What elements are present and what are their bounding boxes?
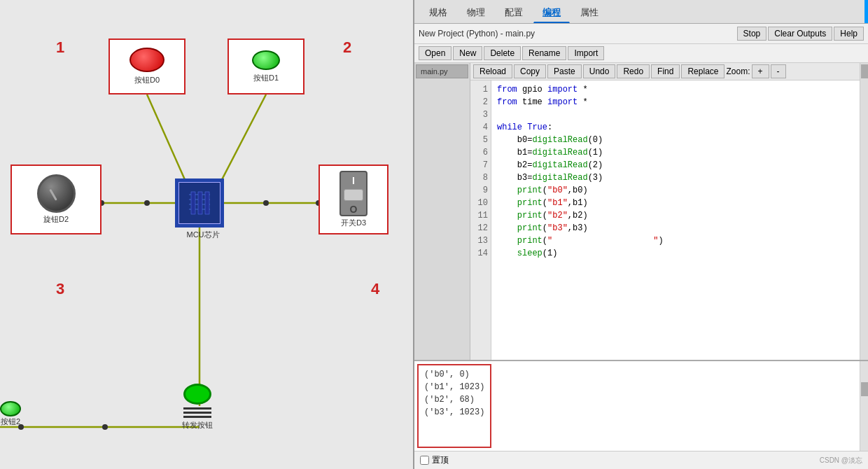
svg-line-0 xyxy=(147,94,189,189)
knob-tick xyxy=(49,188,57,200)
small-btn-visual xyxy=(0,401,21,416)
output-scrollbar[interactable] xyxy=(860,361,868,451)
output-line-2: ('b1', 1023) xyxy=(424,381,484,393)
tab-programming[interactable]: 编程 xyxy=(533,3,570,23)
scrollbar-thumb[interactable] xyxy=(861,64,868,78)
svg-point-10 xyxy=(263,200,269,206)
component-mcu[interactable] xyxy=(175,178,224,227)
output-area: ('b0', 0) ('b1', 1023) ('b2', 68) ('b3',… xyxy=(414,360,868,451)
relay-line-2 xyxy=(183,412,211,414)
mcu-inner xyxy=(178,182,220,224)
zoom-minus-button[interactable]: - xyxy=(771,64,786,78)
tab-physics[interactable]: 物理 xyxy=(458,3,494,23)
right-border-accent xyxy=(864,0,868,23)
btn-d0-visual xyxy=(130,48,164,72)
zoom-label: Zoom: xyxy=(726,66,750,76)
small-btn-label: 按钮2 xyxy=(1,416,20,427)
new-button[interactable]: New xyxy=(453,46,482,60)
import-button[interactable]: Import xyxy=(568,46,604,60)
knob-d2-visual xyxy=(37,174,76,213)
switch-o-label: O xyxy=(350,204,358,215)
small-btn-component[interactable]: 按钮2 xyxy=(0,401,21,427)
file-sidebar: main.py xyxy=(414,63,470,360)
right-panel: 规格 物理 配置 编程 属性 New Project (Python) - ma… xyxy=(413,0,868,469)
btn-d1-visual xyxy=(252,50,280,70)
label-3: 3 xyxy=(56,280,64,298)
svg-rect-22 xyxy=(205,192,209,214)
svg-line-1 xyxy=(217,94,266,189)
switch-toggle xyxy=(344,189,363,201)
output-line-3: ('b2', 68) xyxy=(424,393,484,406)
editor-main: Reload Copy Paste Undo Redo Find Replace… xyxy=(470,63,860,360)
find-button[interactable]: Find xyxy=(651,64,680,78)
redo-button[interactable]: Redo xyxy=(617,64,650,78)
editor-area: main.py Reload Copy Paste Undo Redo Find… xyxy=(414,63,868,360)
undo-button[interactable]: Undo xyxy=(583,64,616,78)
circuit-panel: 1 2 3 4 按钮D0 按钮D1 旋钮D2 I O 开关D3 xyxy=(0,0,413,469)
svg-point-9 xyxy=(144,200,150,206)
mcu-label: MCU芯片 xyxy=(178,230,227,240)
toolbar-row1: New Project (Python) - main.py Stop Clea… xyxy=(414,24,868,44)
component-knob-d2[interactable]: 旋钮D2 xyxy=(10,164,102,234)
editor-scrollbar[interactable] xyxy=(860,63,868,360)
switch-i-label: I xyxy=(352,175,355,186)
paste-button[interactable]: Paste xyxy=(547,64,582,78)
component-btn-d1[interactable]: 按钮D1 xyxy=(227,38,304,94)
relay-lines xyxy=(183,407,211,418)
delete-button[interactable]: Delete xyxy=(484,46,521,60)
reload-button[interactable]: Reload xyxy=(473,64,512,78)
rename-button[interactable]: Rename xyxy=(522,46,566,60)
relay-component[interactable]: 转发按钮 xyxy=(182,384,213,430)
svg-rect-20 xyxy=(191,192,195,214)
output-container: ('b0', 0) ('b1', 1023) ('b2', 68) ('b3',… xyxy=(414,361,868,451)
relay-visual xyxy=(183,384,211,405)
output-line-4: ('b3', 1023) xyxy=(424,406,484,419)
relay-line-1 xyxy=(183,407,211,410)
switch-d3-visual: I O xyxy=(340,171,368,216)
relay-line-3 xyxy=(183,416,211,418)
footer-bar: 置顶 CSDN @淡忘 xyxy=(414,451,868,469)
pin-top-checkbox[interactable] xyxy=(420,456,429,465)
output-line-1: ('b0', 0) xyxy=(424,368,484,381)
code-lines-container: 1 2 3 4 5 6 7 8 9 10 11 12 13 14 xyxy=(470,80,860,360)
editor-toolbar: Reload Copy Paste Undo Redo Find Replace… xyxy=(470,63,860,80)
svg-point-15 xyxy=(102,424,108,430)
file-tab-mainpy[interactable]: main.py xyxy=(416,64,468,78)
replace-button[interactable]: Replace xyxy=(681,64,724,78)
label-2: 2 xyxy=(343,38,351,57)
pin-top-text: 置顶 xyxy=(432,454,449,466)
code-editor[interactable]: 1 2 3 4 5 6 7 8 9 10 11 12 13 14 xyxy=(470,80,860,360)
output-scrollbar-thumb[interactable] xyxy=(861,382,868,396)
watermark: CSDN @淡忘 xyxy=(820,456,862,465)
stop-button[interactable]: Stop xyxy=(737,27,767,41)
component-btn-d0[interactable]: 按钮D0 xyxy=(108,38,186,94)
knob-d2-label: 旋钮D2 xyxy=(43,214,69,225)
line-numbers: 1 2 3 4 5 6 7 8 9 10 11 12 13 14 xyxy=(470,80,491,360)
mcu-svg xyxy=(186,189,214,217)
tab-bar: 规格 物理 配置 编程 属性 xyxy=(414,0,868,24)
tab-specs[interactable]: 规格 xyxy=(420,3,456,23)
help-button[interactable]: Help xyxy=(834,27,864,41)
relay-label: 转发按钮 xyxy=(182,420,213,430)
project-title: New Project (Python) - main.py xyxy=(419,29,736,38)
copy-button[interactable]: Copy xyxy=(514,64,546,78)
tab-config[interactable]: 配置 xyxy=(496,3,532,23)
clear-outputs-button[interactable]: Clear Outputs xyxy=(768,27,832,41)
output-text: ('b0', 0) ('b1', 1023) ('b2', 68) ('b3',… xyxy=(417,364,491,448)
switch-d3-label: 开关D3 xyxy=(341,218,366,228)
zoom-plus-button[interactable]: + xyxy=(752,64,769,78)
label-1: 1 xyxy=(56,38,64,57)
btn-d1-label: 按钮D1 xyxy=(253,73,279,83)
svg-rect-21 xyxy=(198,192,202,214)
code-text[interactable]: from gpio import * from time import * wh… xyxy=(491,80,860,360)
label-4: 4 xyxy=(371,280,379,298)
tab-properties[interactable]: 属性 xyxy=(571,3,608,23)
btn-d0-label: 按钮D0 xyxy=(134,75,160,85)
component-switch-d3[interactable]: I O 开关D3 xyxy=(318,164,388,234)
open-button[interactable]: Open xyxy=(419,46,451,60)
toolbar-row2: Open New Delete Rename Import xyxy=(414,44,868,63)
pin-top-label[interactable]: 置顶 xyxy=(420,454,449,466)
